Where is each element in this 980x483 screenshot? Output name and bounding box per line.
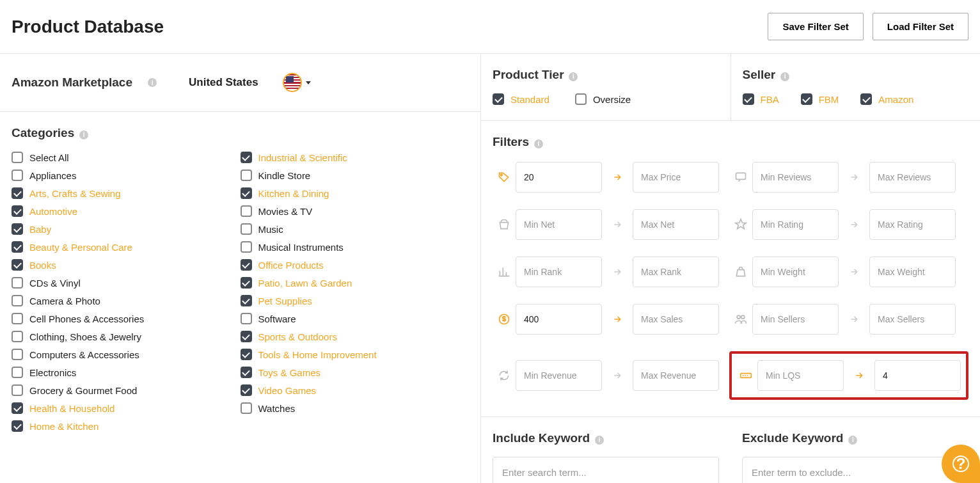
checkbox-icon [743,93,754,105]
category-checkbox[interactable]: Beauty & Personal Care [12,241,241,253]
filter-max-input[interactable] [869,304,956,335]
save-filter-set-button[interactable]: Save Filter Set [768,13,863,40]
checkbox-label: Grocery & Gourmet Food [29,385,137,396]
load-filter-set-button[interactable]: Load Filter Set [873,13,968,40]
checkbox-icon [12,349,23,360]
category-checkbox[interactable]: Computers & Accessories [12,349,241,360]
seller-checkbox[interactable]: FBM [801,93,839,105]
category-checkbox[interactable]: Office Products [241,259,470,271]
checkbox-label: Select All [29,152,69,163]
checkbox-icon [241,367,252,378]
svg-rect-1 [736,173,746,179]
filter-row [493,304,968,335]
category-checkbox[interactable]: Software [241,313,470,324]
filter-min-input[interactable] [757,360,844,391]
filter-min-input[interactable] [752,304,839,335]
category-checkbox[interactable]: Kitchen & Dining [241,187,470,199]
filter-min-input[interactable] [516,360,602,391]
category-checkbox[interactable]: Video Games [241,384,470,396]
include-keyword-input[interactable] [493,457,719,483]
filter-max-input[interactable] [869,257,956,287]
arrow-right-icon [602,172,633,182]
filter-max-input[interactable] [869,162,956,193]
filter-max-input[interactable] [633,304,719,335]
category-checkbox[interactable]: Grocery & Gourmet Food [12,384,241,396]
category-checkbox[interactable]: Sports & Outdoors [241,331,470,342]
category-checkbox[interactable]: Arts, Crafts & Sewing [12,187,241,199]
filter-max-input[interactable] [869,209,956,240]
checkbox-icon [12,402,23,414]
category-checkbox[interactable]: Appliances [12,170,241,181]
checkbox-label: Cell Phones & Accessories [29,313,144,324]
category-checkbox[interactable]: Industrial & Scientific [241,152,470,163]
info-icon: i [79,131,88,139]
category-checkbox[interactable]: Watches [241,402,470,414]
filter-max-input[interactable] [633,257,719,287]
category-checkbox[interactable]: Cell Phones & Accessories [12,313,241,324]
checkbox-label: Toys & Games [258,367,321,378]
product-tier-checkbox[interactable]: Oversize [575,93,631,105]
category-checkbox[interactable]: Home & Kitchen [12,420,241,432]
checkbox-label: Kitchen & Dining [258,188,329,199]
filter-row [493,209,968,240]
arrow-right-icon [839,267,869,277]
filter-min-input[interactable] [752,209,839,240]
category-checkbox[interactable]: Musical Instruments [241,241,470,253]
category-checkbox[interactable]: Select All [12,152,241,163]
checkbox-icon [12,241,23,253]
product-tier-checkbox[interactable]: Standard [493,93,549,105]
filter-max-input[interactable] [633,360,719,391]
checkbox-label: Computers & Accessories [29,349,139,360]
marketplace-selector[interactable] [283,73,311,92]
checkbox-label: Musical Instruments [258,242,344,253]
checkbox-label: FBM [819,94,839,105]
checkbox-icon [241,277,252,289]
category-checkbox[interactable]: Camera & Photo [12,295,241,306]
category-checkbox[interactable]: Toys & Games [241,367,470,378]
checkbox-label: Clothing, Shoes & Jewelry [29,331,141,342]
seller-label: Seller [743,68,776,81]
category-checkbox[interactable]: Health & Household [12,402,241,414]
checkbox-label: Kindle Store [258,170,311,181]
category-checkbox[interactable]: CDs & Vinyl [12,277,241,289]
checkbox-icon [241,152,252,163]
help-button[interactable]: ? [942,445,980,483]
arrow-right-icon [839,219,869,230]
category-checkbox[interactable]: Pet Supplies [241,295,470,306]
checkbox-icon [12,331,23,342]
category-checkbox[interactable]: Books [12,259,241,271]
filter-max-input[interactable] [633,162,719,193]
filter-min-input[interactable] [752,257,839,287]
category-checkbox[interactable]: Electronics [12,367,241,378]
checkbox-icon [12,367,23,378]
filter-min-input[interactable] [516,257,602,287]
category-checkbox[interactable]: Music [241,223,470,235]
category-checkbox[interactable]: Clothing, Shoes & Jewelry [12,331,241,342]
exclude-keyword-input[interactable] [742,457,968,483]
checkbox-icon [12,205,23,217]
category-checkbox[interactable]: Patio, Lawn & Garden [241,277,470,289]
checkbox-label: Music [258,224,283,235]
category-checkbox[interactable]: Kindle Store [241,170,470,181]
filter-min-input[interactable] [752,162,839,193]
product-tier-label: Product Tier [493,68,564,81]
checkbox-label: Home & Kitchen [29,421,99,432]
checkbox-label: Standard [510,94,549,105]
filter-min-input[interactable] [516,162,602,193]
filter-max-input[interactable] [874,360,961,391]
checkbox-label: Camera & Photo [29,296,100,306]
checkbox-icon [860,93,872,105]
filter-min-input[interactable] [516,209,602,240]
filter-max-input[interactable] [633,209,719,240]
filter-min-input[interactable] [516,304,602,335]
category-checkbox[interactable]: Automotive [12,205,241,217]
star-icon [729,218,752,231]
seller-checkbox[interactable]: FBA [743,93,779,105]
seller-checkbox[interactable]: Amazon [860,93,913,105]
category-checkbox[interactable]: Movies & TV [241,205,470,217]
exclude-keyword-label: Exclude Keyword [742,431,843,445]
checkbox-icon [241,402,252,414]
category-checkbox[interactable]: Tools & Home Improvement [241,349,470,360]
info-icon: i [569,72,578,81]
category-checkbox[interactable]: Baby [12,223,241,235]
